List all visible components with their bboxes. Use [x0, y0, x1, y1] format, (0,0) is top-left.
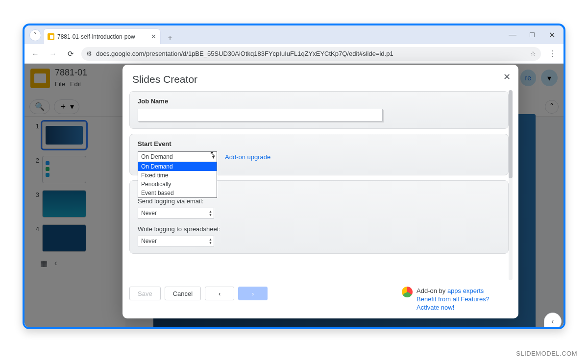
filmstrip: 1 2 3 4 ▦ ‹ [24, 117, 125, 327]
footer-text: Add-on by apps experts Benefit from all … [416, 287, 510, 312]
logging-sheet-label: Write logging to spreadsheet: [138, 225, 500, 233]
start-event-panel: Start Event On Demand ▾ ↖ On Demand Fixe… [129, 134, 509, 175]
dropdown-option[interactable]: Fixed time [138, 171, 217, 180]
slide-thumb-3[interactable]: 3 [33, 190, 122, 218]
menu-edit[interactable]: Edit [70, 80, 81, 88]
omnibox-url: docs.google.com/presentation/d/1pBE_55SU… [96, 50, 393, 57]
tab-overview-button[interactable]: ˅ [29, 29, 41, 41]
chevron-left-icon: ‹ [219, 290, 220, 297]
omnibox[interactable]: ⚙ docs.google.com/presentation/d/1pBE_55… [81, 47, 541, 61]
window-minimize-button[interactable]: — [503, 26, 522, 43]
browser-tabbar: ˅ 7881-01-self-introduction-pow ✕ ＋ — □ … [24, 25, 564, 44]
cancel-button[interactable]: Cancel [165, 287, 201, 300]
logging-email-select[interactable]: Never ▲▼ [138, 208, 214, 218]
menu-file[interactable]: File [55, 80, 65, 88]
slide-thumb-1[interactable]: 1 [33, 121, 122, 149]
search-icon: 🔍 [35, 102, 45, 111]
toolbar-collapse-button[interactable]: ˄ [545, 100, 559, 114]
stepper-icon: ▲▼ [209, 210, 212, 217]
start-event-select[interactable]: On Demand ▾ ↖ [138, 151, 217, 162]
nav-back-button[interactable]: ← [28, 47, 42, 61]
plus-icon: ＋ [59, 101, 67, 112]
save-button[interactable]: Save [129, 287, 161, 300]
job-name-panel: Job Name [129, 91, 509, 129]
slide-thumb-2[interactable]: 2 [33, 156, 122, 183]
window-close-button[interactable]: ✕ [542, 26, 562, 43]
grid-view-icon[interactable]: ▦ [40, 259, 48, 268]
slides-favicon-icon [48, 33, 54, 40]
wizard-next-button[interactable]: › [238, 287, 268, 300]
nav-reload-button[interactable]: ⟳ [64, 47, 77, 61]
tab-close-icon[interactable]: ✕ [151, 33, 156, 40]
start-event-selected: On Demand [141, 153, 173, 160]
nav-forward-button[interactable]: → [46, 47, 60, 61]
chevron-right-icon: › [252, 290, 254, 297]
toolbar-new-slide-button[interactable]: ＋▾ [54, 99, 79, 114]
addon-upgrade-link[interactable]: Add-on upgrade [225, 153, 270, 161]
filmstrip-prev-icon[interactable]: ‹ [54, 259, 57, 268]
bookmark-star-icon[interactable]: ☆ [530, 50, 536, 57]
dialog-title: Slides Creator [132, 73, 509, 85]
browser-menu-button[interactable]: ⋮ [545, 49, 560, 58]
browser-address-bar: ← → ⟳ ⚙ docs.google.com/presentation/d/1… [24, 44, 564, 64]
dialog-close-button[interactable]: ✕ [503, 72, 511, 82]
job-name-label: Job Name [138, 97, 500, 105]
wizard-prev-button[interactable]: ‹ [205, 287, 234, 300]
start-event-label: Start Event [138, 140, 500, 147]
tab-title: 7881-01-self-introduction-pow [57, 33, 148, 40]
benefit-link[interactable]: Benefit from all Features? Activate now! [416, 295, 490, 311]
stepper-icon: ▲▼ [209, 238, 212, 244]
caret-down-icon: ▾ [70, 102, 74, 111]
share-button[interactable]: re [520, 70, 536, 86]
dropdown-option[interactable]: Event based [138, 189, 217, 197]
new-tab-button[interactable]: ＋ [164, 31, 176, 44]
dropdown-option[interactable]: Periodically [138, 180, 217, 189]
job-name-input[interactable] [138, 109, 383, 121]
watermark: SLIDEMODEL.COM [516, 350, 577, 357]
slides-logo-icon [30, 69, 50, 88]
apps-experts-logo-icon [402, 287, 413, 297]
browser-tab-active[interactable]: 7881-01-self-introduction-pow ✕ [43, 28, 161, 44]
share-caret-button[interactable]: ▾ [541, 70, 558, 86]
start-event-dropdown: On Demand Fixed time Periodically Event … [138, 162, 217, 198]
slide-thumb-4[interactable]: 4 [33, 224, 122, 252]
apps-experts-link[interactable]: apps experts [447, 287, 484, 294]
window-maximize-button[interactable]: □ [522, 26, 542, 43]
site-info-icon[interactable]: ⚙ [86, 50, 92, 57]
logging-sheet-select[interactable]: Never ▲▼ [138, 236, 214, 246]
chevron-down-icon: ▾ [212, 154, 215, 160]
logging-email-label: Send logging via email: [138, 197, 500, 205]
help-bubble-button[interactable]: ‹ [544, 313, 562, 329]
slides-creator-dialog: Slides Creator ✕ Job Name Start Event On… [122, 65, 518, 318]
toolbar-search-button[interactable]: 🔍 [29, 99, 50, 114]
dropdown-option[interactable]: On Demand [138, 162, 217, 171]
chevron-up-icon: ˄ [550, 102, 554, 111]
